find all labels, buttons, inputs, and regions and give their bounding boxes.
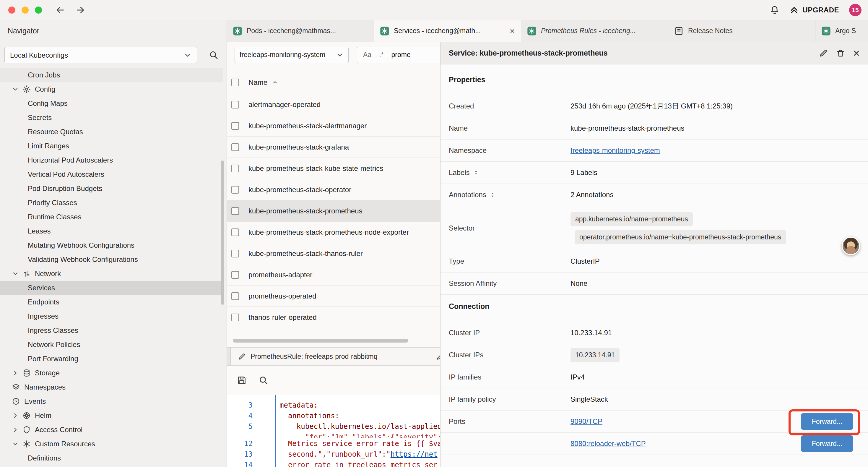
property-value: SingleStack [570,395,608,404]
row-checkbox[interactable] [231,165,239,172]
close-tab-icon[interactable]: × [509,27,515,35]
property-row: Cluster IP10.233.14.91 [440,322,868,344]
sidebar-item-resource-quotas[interactable]: Resource Quotas [0,125,223,139]
port-link[interactable]: 8080:reloader-web/TCP [570,439,646,448]
sidebar-item-label: Limit Ranges [28,142,69,150]
sidebar-item-events[interactable]: Events [0,394,223,408]
select-all-checkbox[interactable] [231,79,239,86]
namespace-link[interactable]: freeleaps-monitoring-system [570,146,660,154]
sidebar-item-validating-webhook-configurations[interactable]: Validating Webhook Configurations [0,253,223,267]
row-checkbox[interactable] [231,229,239,236]
zoom-window-button[interactable] [35,6,42,13]
drawer-title: Service: kube-prometheus-stack-prometheu… [449,49,608,57]
notifications-bell-icon[interactable] [770,5,779,15]
selector-badge: app.kubernetes.io/name=prometheus [570,212,693,226]
back-button[interactable] [56,5,65,15]
sidebar-search-icon[interactable] [209,50,218,60]
sidebar-item-ingresses[interactable]: Ingresses [0,309,223,323]
tab-pods-icecheng-mathmas[interactable]: Pods - icecheng@mathmas... [227,20,374,42]
tab-label: Release Notes [688,27,809,35]
navigator-tree: Cron JobsConfigConfig MapsSecretsResourc… [0,68,223,465]
sidebar-item-mutating-webhook-configurations[interactable]: Mutating Webhook Configurations [0,238,223,253]
sidebar-item-leases[interactable]: Leases [0,224,223,238]
row-checkbox[interactable] [231,101,239,109]
sidebar-item-access-control[interactable]: Access Control [0,423,223,437]
name-column-header[interactable]: Name [248,78,267,87]
tab-label: Prometheus Rules - icecheng... [541,27,662,35]
tab-strip: Navigator Pods - icecheng@mathmas...Serv… [0,20,868,42]
row-checkbox[interactable] [231,314,239,321]
sidebar-item-priority-classes[interactable]: Priority Classes [0,196,223,210]
service-details-drawer: Service: kube-prometheus-stack-prometheu… [440,42,868,467]
close-drawer-icon[interactable]: × [853,48,860,59]
minimize-window-button[interactable] [22,6,29,13]
sidebar-item-port-forwarding[interactable]: Port Forwarding [0,352,223,366]
property-label: Cluster IP [449,329,570,337]
sidebar-item-namespaces[interactable]: Namespaces [0,380,223,394]
sort-toggle-icon[interactable] [473,169,479,176]
tab-label: Services - icecheng@math... [394,27,505,35]
match-case-toggle[interactable]: Aa [363,51,371,59]
titlebar: UPGRADE 15 [0,0,868,20]
sidebar-item-network-policies[interactable]: Network Policies [0,338,223,352]
row-checkbox[interactable] [231,143,239,151]
sidebar-item-config-maps[interactable]: Config Maps [0,96,223,111]
row-checkbox[interactable] [231,122,239,130]
row-checkbox[interactable] [231,292,239,300]
sidebar-item-runtime-classes[interactable]: Runtime Classes [0,210,223,224]
sidebar-item-limit-ranges[interactable]: Limit Ranges [0,139,223,153]
sidebar-item-ingress-classes[interactable]: Ingress Classes [0,323,223,338]
namespace-selector[interactable]: freeleaps-monitoring-system [235,47,349,63]
property-label: Type [449,257,570,265]
row-checkbox[interactable] [231,207,239,215]
editor-search-icon[interactable] [258,375,268,385]
ports-row: Ports9090/TCPForward... [440,411,868,433]
sidebar-item-network[interactable]: Network [0,267,223,281]
sidebar-item-storage[interactable]: Storage [0,366,223,380]
property-label: Namespace [449,146,570,154]
forward-button[interactable] [75,5,85,15]
sidebar-item-pod-disruption-budgets[interactable]: Pod Disruption Budgets [0,181,223,196]
tab-services-icecheng-math[interactable]: Services - icecheng@math...× [374,20,521,42]
sort-ascending-icon[interactable] [272,79,279,86]
delete-trash-icon[interactable] [836,49,845,58]
sidebar-item-horizontal-pod-autoscalers[interactable]: Horizontal Pod Autoscalers [0,153,223,167]
sidebar-item-cron-jobs[interactable]: Cron Jobs [0,68,223,82]
sidebar-item-config[interactable]: Config [0,82,223,96]
sidebar-item-vertical-pod-autoscalers[interactable]: Vertical Pod Autoscalers [0,167,223,181]
avatar[interactable] [842,237,860,255]
tab-release-notes[interactable]: Release Notes [668,20,815,42]
property-label: Cluster IPs [449,351,570,359]
sidebar-item-label: Config [35,85,55,93]
forward-button[interactable]: Forward... [801,435,853,452]
tab-argo-s[interactable]: Argo S [815,20,868,42]
sidebar-scrollbar[interactable] [221,160,224,305]
edit-pencil-icon[interactable] [819,49,828,58]
sidebar-item-definitions[interactable]: Definitions [0,451,223,465]
table-horizontal-scrollbar[interactable] [233,339,408,343]
property-label: Created [449,102,570,110]
forward-button[interactable]: Forward... [801,413,853,430]
row-checkbox[interactable] [231,186,239,194]
close-window-button[interactable] [8,6,16,13]
row-checkbox[interactable] [231,271,239,279]
sidebar-item-endpoints[interactable]: Endpoints [0,295,223,309]
kubeconfig-selector[interactable]: Local Kubeconfigs [4,47,197,63]
sidebar-item-custom-resources[interactable]: Custom Resources [0,437,223,451]
regex-toggle[interactable]: .* [379,51,383,59]
tab-label: Pods - icecheng@mathmas... [247,27,368,35]
tab-prometheus-rules-icecheng[interactable]: Prometheus Rules - icecheng... [521,20,668,42]
sidebar-item-helm[interactable]: Helm [0,408,223,423]
row-checkbox[interactable] [231,250,239,258]
sort-toggle-icon[interactable] [489,192,496,198]
dock-tab[interactable]: PrometheusRule: freeleaps-prod-rabbitmq [230,348,429,365]
property-label: Name [449,124,570,133]
sidebar-item-secrets[interactable]: Secrets [0,111,223,125]
upgrade-button[interactable]: UPGRADE [789,5,839,15]
save-icon[interactable] [237,375,247,385]
pencil-icon [238,353,246,360]
port-link[interactable]: 9090/TCP [570,417,602,426]
sidebar-item-services[interactable]: Services [0,281,223,295]
service-name: thanos-ruler-operated [248,313,317,322]
chevron-right-icon [12,370,23,377]
